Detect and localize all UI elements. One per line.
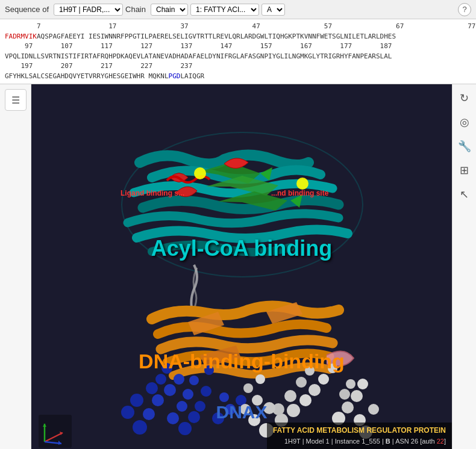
sequence-line-2[interactable]: VPQLIDNLLSVRTNISTIFIRTAFRQHPDKAQEVLATANE…: [5, 52, 471, 62]
svg-point-20: [167, 412, 179, 424]
svg-point-39: [296, 377, 307, 388]
svg-point-17: [174, 374, 184, 385]
axes-widget: [39, 415, 72, 448]
svg-point-22: [177, 401, 187, 412]
svg-point-15: [164, 384, 176, 396]
seq-normal-1: AQSPAGFAEEYI IESIWNNRFPPGTILPAERELSELIGV…: [37, 33, 396, 40]
svg-point-40: [318, 374, 329, 385]
detail-line: 1H9T | Model 1 | Instance 1_555 | B | AS…: [273, 436, 446, 447]
sphere-icon: ◎: [460, 116, 469, 129]
svg-point-5: [296, 178, 308, 190]
svg-point-47: [255, 374, 265, 384]
seq-normal-4: LAIQGR: [180, 72, 204, 80]
svg-point-38: [308, 384, 321, 396]
protein-canvas: Ligand binding s... ...nd binding site A…: [31, 84, 452, 449]
svg-point-51: [351, 390, 363, 402]
svg-text:Acyl-CoA binding: Acyl-CoA binding: [151, 236, 333, 261]
svg-point-31: [219, 392, 229, 402]
right-sidebar: ↻ ◎ 🔧 ⊞ ↖: [452, 84, 476, 449]
seq-normal-3: GFYHKLSALCSEGAHDQVYETVRRYGHESGEIWHR MQKN…: [5, 72, 169, 80]
toolbar: Sequence of 1H9T | FADR,... Chain Chain …: [0, 0, 476, 19]
sequence-of-label: Sequence of: [5, 5, 49, 14]
chain-label: Chain: [125, 5, 146, 14]
wrench-icon: 🔧: [458, 140, 471, 153]
tools-button[interactable]: 🔧: [456, 137, 474, 155]
left-sidebar: ☰: [0, 84, 31, 449]
svg-point-57: [368, 404, 379, 415]
help-button[interactable]: ?: [458, 3, 471, 16]
svg-point-52: [339, 389, 350, 400]
chain-bold: B: [386, 438, 390, 445]
sequence-numbers-1: 7 17 37 47 57 67 77 87: [5, 22, 471, 32]
svg-text:Ligand binding s...: Ligand binding s...: [121, 189, 184, 197]
info-bar: FATTY ACID METABOLISM REGULATOR PROTEIN …: [267, 423, 452, 449]
pointer-button[interactable]: ↖: [456, 185, 474, 203]
svg-point-36: [299, 394, 312, 406]
menu-button[interactable]: ☰: [5, 89, 27, 111]
sequence-numbers-3: 197 207 217 227 237: [5, 61, 471, 72]
3d-viewer[interactable]: Ligand binding s... ...nd binding site A…: [31, 84, 452, 449]
auth-chain-select[interactable]: A: [261, 4, 285, 16]
svg-point-24: [183, 389, 193, 400]
svg-point-12: [130, 394, 143, 407]
seq-normal-2: VPQLIDNLLSVRTNISTIFIRTAFRQHPDKAQEVLATANE…: [5, 52, 392, 60]
menu-icon: ☰: [11, 94, 20, 106]
refresh-icon: ↻: [460, 91, 469, 105]
detail-text: 1H9T | Model 1 | Instance 1_555 |: [284, 438, 384, 445]
svg-text:...nd binding site: ...nd binding site: [271, 189, 329, 197]
sequence-panel: 7 17 37 47 57 67 77 87 FADRMVIKAQSPAGFAE…: [0, 19, 476, 84]
seq-blue-pgd: PGD: [169, 72, 181, 80]
svg-text:DNAX: DNAX: [216, 402, 267, 422]
svg-point-53: [357, 379, 368, 389]
protein-name: FATTY ACID METABOLISM REGULATOR PROTEIN: [273, 425, 446, 436]
help-icon: ?: [462, 5, 466, 14]
svg-point-19: [178, 422, 192, 435]
svg-point-46: [243, 383, 253, 393]
svg-point-34: [287, 404, 300, 417]
svg-point-50: [342, 401, 354, 413]
svg-point-11: [143, 408, 155, 420]
pointer-icon: ↖: [460, 188, 469, 201]
svg-point-25: [201, 386, 211, 397]
binding-label: DNA-binding: [273, 447, 446, 449]
svg-point-21: [188, 411, 200, 423]
sequence-numbers-2: 97 107 117 127 137 147 157 167 177 187: [5, 42, 471, 52]
protein-structure-svg: Ligand binding s... ...nd binding site A…: [31, 84, 452, 449]
viewer-container: ☰: [0, 84, 476, 449]
svg-point-10: [121, 406, 134, 419]
svg-rect-0: [31, 84, 452, 449]
chain-select[interactable]: Chain: [151, 4, 188, 16]
svg-point-4: [194, 167, 206, 179]
svg-point-37: [284, 390, 296, 402]
seq-red-1: FADRMVIK: [5, 33, 37, 40]
svg-point-26: [189, 376, 199, 385]
svg-point-14: [146, 382, 158, 394]
sequence-line-3[interactable]: GFYHKLSALCSEGAHDQVYETVRRYGHESGEIWHR MQKN…: [5, 72, 471, 82]
svg-text:DNA-binding-binding: DNA-binding-binding: [139, 350, 345, 373]
auth-num: 22: [437, 438, 444, 445]
svg-point-13: [152, 394, 164, 406]
entry-select[interactable]: 1H9T | FADR,...: [54, 4, 123, 16]
sphere-button[interactable]: ◎: [456, 113, 474, 131]
svg-point-23: [195, 401, 205, 412]
refresh-button[interactable]: ↻: [456, 89, 474, 107]
svg-point-16: [155, 374, 166, 385]
sequence-line-1[interactable]: FADRMVIKAQSPAGFAEEYI IESIWNNRFPPGTILPAER…: [5, 32, 471, 42]
svg-point-9: [133, 420, 147, 435]
grid-icon: ⊞: [460, 164, 469, 177]
residue-text: ASN 26 [auth 22]: [395, 438, 446, 445]
grid-button[interactable]: ⊞: [456, 161, 474, 179]
svg-point-54: [346, 379, 355, 389]
instance-select[interactable]: 1: FATTY ACI...: [190, 4, 259, 16]
